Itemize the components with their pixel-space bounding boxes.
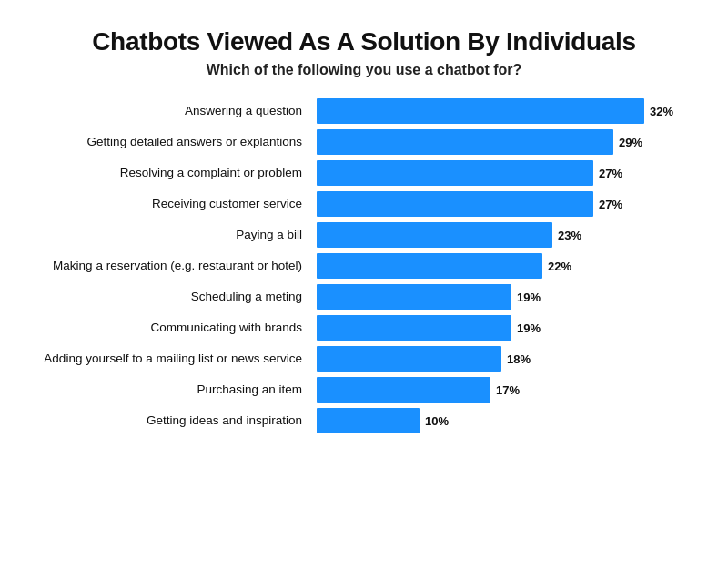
bar-label: Receiving customer service	[36, 196, 309, 212]
bar-row: Answering a question32%	[36, 98, 692, 124]
bar-label: Purchasing an item	[36, 382, 309, 398]
bar-container: 10%	[317, 408, 692, 433]
bar-container: 27%	[317, 191, 692, 217]
bar-value-label: 29%	[619, 136, 642, 149]
bar-row: Purchasing an item17%	[36, 377, 692, 403]
bar-fill	[317, 253, 542, 279]
bar-fill	[317, 408, 420, 433]
bar-value-label: 23%	[558, 229, 581, 242]
bar-container: 23%	[317, 222, 692, 248]
bar-value-label: 27%	[599, 198, 622, 211]
bar-fill	[317, 377, 490, 403]
bar-value-label: 19%	[517, 321, 541, 335]
bar-row: Getting detailed answers or explantions2…	[36, 129, 692, 155]
bar-row: Making a reservation (e.g. restaurant or…	[36, 253, 692, 279]
bar-label: Getting detailed answers or explantions	[36, 134, 309, 150]
bar-label: Getting ideas and inspiration	[36, 413, 309, 429]
bar-container: 22%	[317, 253, 692, 279]
bar-container: 18%	[317, 346, 692, 372]
bar-label: Resolving a complaint or problem	[36, 165, 309, 181]
page-subtitle: Which of the following you use a chatbot…	[207, 62, 522, 78]
bar-row: Paying a bill23%	[36, 222, 692, 248]
bar-row: Receiving customer service27%	[36, 191, 692, 217]
bar-fill	[317, 129, 613, 155]
bar-value-label: 10%	[425, 414, 449, 428]
bar-value-label: 18%	[507, 352, 531, 366]
bar-container: 17%	[317, 377, 692, 403]
bar-value-label: 32%	[650, 105, 673, 118]
bar-chart: Answering a question32%Getting detailed …	[36, 98, 692, 433]
bar-row: Resolving a complaint or problem27%	[36, 160, 692, 186]
bar-fill	[317, 315, 511, 341]
bar-container: 32%	[317, 98, 692, 124]
bar-label: Scheduling a meting	[36, 289, 309, 305]
bar-row: Communicating with brands19%	[36, 315, 692, 341]
bar-label: Paying a bill	[36, 227, 309, 243]
page-title: Chatbots Viewed As A Solution By Individ…	[92, 27, 636, 56]
bar-label: Adding yourself to a mailing list or new…	[36, 351, 309, 367]
bar-label: Communicating with brands	[36, 320, 309, 336]
bar-label: Making a reservation (e.g. restaurant or…	[36, 258, 309, 274]
bar-value-label: 19%	[517, 291, 541, 304]
bar-fill	[317, 160, 593, 186]
bar-fill	[317, 284, 511, 310]
bar-fill	[317, 98, 644, 124]
bar-fill	[317, 191, 593, 217]
bar-container: 29%	[317, 129, 692, 155]
bar-container: 19%	[317, 284, 692, 310]
bar-label: Answering a question	[36, 103, 309, 119]
bar-fill	[317, 222, 552, 248]
bar-container: 27%	[317, 160, 692, 186]
bar-row: Scheduling a meting19%	[36, 284, 692, 310]
bar-value-label: 17%	[496, 383, 520, 397]
bar-fill	[317, 346, 501, 372]
bar-value-label: 27%	[599, 167, 622, 180]
bar-row: Adding yourself to a mailing list or new…	[36, 346, 692, 372]
bar-row: Getting ideas and inspiration10%	[36, 408, 692, 433]
bar-value-label: 22%	[548, 260, 571, 273]
bar-container: 19%	[317, 315, 692, 341]
